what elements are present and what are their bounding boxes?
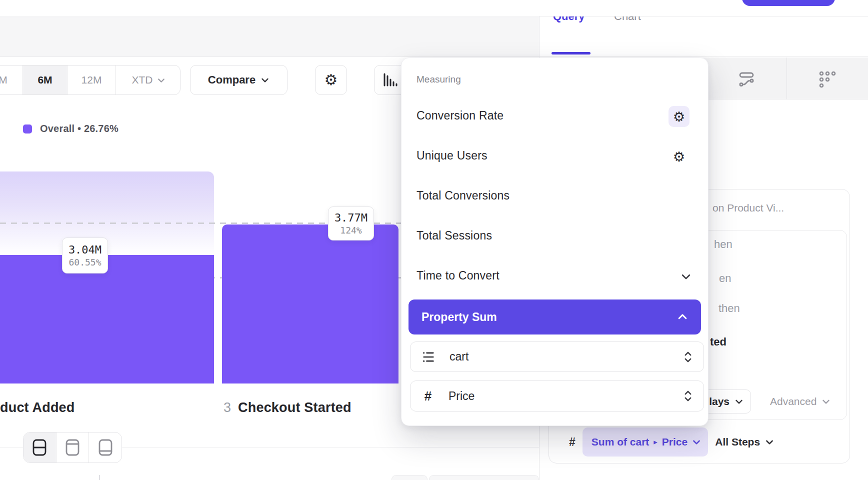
- bar-chart-icon: [381, 71, 399, 89]
- step-label-product-added: duct Added: [0, 400, 75, 416]
- step-text-fragment: ted: [710, 336, 726, 348]
- active-tab-underline: [552, 52, 590, 54]
- layout-bottom-toggle[interactable]: [89, 432, 122, 462]
- hash-icon: #: [569, 436, 576, 449]
- step-text-fragment: en: [719, 272, 731, 285]
- time-range-12m-label: 12M: [82, 74, 102, 86]
- property-field-value: Price: [448, 390, 670, 403]
- stepper-icon[interactable]: [682, 350, 694, 364]
- time-range-m[interactable]: M: [0, 66, 23, 94]
- time-range-6m-label: 6M: [38, 74, 52, 86]
- property-sum-label: Property Sum: [422, 310, 497, 324]
- legend-value: 26.76%: [84, 123, 118, 134]
- chevron-down-icon: [822, 397, 830, 406]
- chip-text: Sum of cart: [592, 436, 650, 448]
- conversion-rate-settings-button[interactable]: ⚙: [668, 106, 690, 127]
- time-range-xtd[interactable]: XTD: [116, 66, 180, 94]
- measurement-chip[interactable]: Sum of cart ▸ Price: [582, 428, 708, 456]
- gear-icon: ⚙: [673, 110, 685, 124]
- property-select-field[interactable]: # Price: [410, 380, 704, 412]
- table-header-cell: [392, 475, 428, 480]
- funnel-bar-checkout-started[interactable]: [222, 224, 398, 384]
- chevron-down-icon: [765, 438, 774, 446]
- step-label-checkout-started: 3 Checkout Started: [224, 400, 352, 416]
- gear-icon: ⚙: [324, 72, 338, 88]
- legend-series-name: Overall: [40, 123, 74, 134]
- layout-bottom-icon: [98, 438, 114, 457]
- bar-tooltip-1: 3.04M 60.55%: [62, 238, 108, 274]
- board-background-strip: [0, 17, 539, 57]
- menu-item-total-sessions[interactable]: Total Sessions: [416, 229, 492, 242]
- chevron-down-icon: [680, 271, 692, 282]
- legend-label: Overall • 26.76%: [40, 123, 118, 134]
- all-steps-label: All Steps: [715, 436, 760, 448]
- tooltip-value: 3.04M: [68, 244, 102, 256]
- dropdown-title: Measuring: [416, 74, 461, 85]
- chip-property: Price: [662, 436, 688, 448]
- time-range-12m[interactable]: 12M: [68, 66, 116, 94]
- chevron-down-icon: [734, 397, 744, 406]
- time-range-6m[interactable]: 6M: [23, 66, 68, 94]
- compare-button[interactable]: Compare: [190, 65, 288, 95]
- primary-cta-button[interactable]: [742, 0, 835, 6]
- unique-users-settings-button[interactable]: ⚙: [668, 146, 690, 167]
- layout-split-icon: [32, 438, 48, 457]
- top-header-bar: [0, 0, 868, 16]
- hash-icon: #: [420, 388, 436, 404]
- chevron-down-icon: [692, 438, 701, 446]
- time-range-xtd-label: XTD: [132, 74, 153, 86]
- step-text-fragment: then: [718, 302, 740, 315]
- funnel-bar-product-added[interactable]: [0, 255, 214, 384]
- arrow-right-icon: ▸: [654, 438, 658, 446]
- chevron-up-icon: [677, 312, 688, 322]
- flow-view-icon[interactable]: [736, 70, 756, 90]
- step-name: Checkout Started: [238, 400, 352, 416]
- right-panel-tabbar: [540, 17, 868, 57]
- layout-top-toggle[interactable]: [56, 432, 90, 462]
- menu-item-property-sum-selected[interactable]: Property Sum: [408, 300, 701, 334]
- bar-tooltip-2: 3.77M 124%: [328, 206, 374, 240]
- list-icon: [420, 350, 436, 364]
- chart-settings-button[interactable]: ⚙: [315, 65, 347, 95]
- event-field-value: cart: [450, 350, 670, 364]
- stepper-icon[interactable]: [682, 390, 694, 402]
- all-steps-button[interactable]: All Steps: [715, 436, 774, 448]
- chevron-down-icon: [157, 76, 166, 84]
- time-range-segmented-control: M 6M 12M XTD: [0, 65, 180, 95]
- window-label-fragment: lays: [709, 396, 730, 408]
- legend: Overall • 26.76%: [23, 123, 118, 134]
- gear-icon: ⚙: [673, 150, 685, 164]
- event-select-field[interactable]: cart: [410, 342, 704, 372]
- measurement-row: # Sum of cart ▸ Price All Steps: [569, 428, 774, 456]
- step-name: duct Added: [0, 400, 75, 416]
- tooltip-conversion: 60.55%: [68, 257, 101, 268]
- compare-label: Compare: [208, 74, 256, 86]
- chevron-down-icon: [260, 76, 270, 84]
- layout-toggle-group: [23, 432, 122, 463]
- advanced-label: Advanced: [770, 396, 816, 408]
- layout-split-toggle[interactable]: [24, 432, 56, 462]
- step-text-fragment: hen: [714, 238, 732, 251]
- grid-dots-icon[interactable]: [818, 70, 838, 90]
- tooltip-conversion: 124%: [340, 225, 362, 236]
- time-range-m-label: M: [0, 74, 8, 86]
- toolband-divider: [786, 58, 787, 100]
- advanced-button[interactable]: Advanced: [770, 396, 830, 408]
- step-index: 3: [224, 400, 231, 416]
- layout-top-icon: [64, 438, 80, 457]
- menu-item-total-conversions[interactable]: Total Conversions: [416, 189, 510, 202]
- table-header-cell: [429, 475, 539, 480]
- card-title-fragment: on Product Vi...: [712, 202, 784, 214]
- table-column-tick: [99, 475, 100, 480]
- tooltip-value: 3.77M: [334, 212, 368, 224]
- menu-item-conversion-rate[interactable]: Conversion Rate: [416, 109, 504, 122]
- legend-swatch: [23, 124, 32, 134]
- legend-separator: •: [78, 123, 81, 134]
- menu-item-unique-users[interactable]: Unique Users: [416, 149, 488, 162]
- measuring-dropdown: Measuring Conversion Rate ⚙ Unique Users…: [401, 58, 708, 426]
- menu-item-time-to-convert[interactable]: Time to Convert: [416, 269, 500, 282]
